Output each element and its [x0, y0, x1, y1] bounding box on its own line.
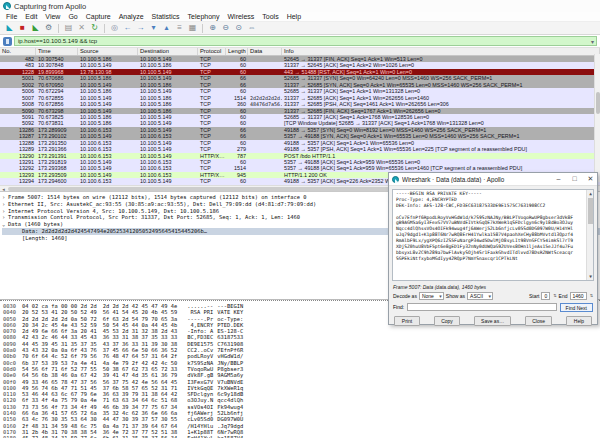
hex-offset: 00a0 — [3, 347, 16, 353]
dialog-button[interactable]: Help — [566, 316, 592, 326]
dialog-button[interactable]: Print — [394, 316, 420, 326]
hex-offset: 0140 — [3, 410, 16, 416]
hex-offset: 0040 — [3, 309, 16, 315]
minimize-icon[interactable]: – — [552, 173, 565, 185]
column-header[interactable]: Destination — [138, 48, 198, 55]
show-as-select[interactable]: ASCII — [467, 292, 493, 300]
column-header[interactable]: Source — [78, 48, 138, 55]
decoded-bytes-textarea[interactable]: ▲ ▼ -----BEGIN RSA PRIVATE KEY----- Proc… — [392, 189, 594, 281]
colorize-icon[interactable]: ▦ — [186, 23, 199, 34]
menu-item[interactable]: View — [41, 13, 64, 20]
stop-capture-icon[interactable]: ■ — [16, 23, 29, 34]
bytes-caption: Frame 5007: Data (data.data), 1460 bytes — [393, 284, 593, 290]
restart-capture-icon[interactable]: ◣ — [29, 23, 42, 34]
hex-offset: 0160 — [3, 423, 16, 429]
filter-bar: ip.host==10.100.5.149 && tcp ▾ — [0, 35, 600, 48]
hex-offset: 00d0 — [3, 366, 16, 372]
column-header[interactable]: Length — [226, 48, 248, 55]
auto-scroll-icon[interactable]: ≡ — [173, 23, 186, 34]
main-toolbar: ◣ ■ ◣ ⚙ ▤ ✕ ↻ ◎ ← → ▾ ▴ ≡ ▦ — [0, 22, 600, 35]
find-packet-icon[interactable]: ◎ — [108, 23, 121, 34]
packet-bytes-dialog: Wireshark · Data (data.data) · Apollo – … — [388, 172, 598, 325]
zoom-in-icon[interactable]: ⊕ — [206, 23, 219, 34]
dialog-button[interactable]: Save as… — [474, 316, 511, 326]
filter-bookmark-icon[interactable] — [3, 37, 12, 46]
hex-offset: 0120 — [3, 397, 16, 403]
resize-columns-icon[interactable]: ⇔ — [245, 23, 258, 34]
textarea-scrollbar[interactable]: ▲ ▼ — [586, 190, 593, 280]
detail-text: Data: 2d2d2d2d2d424547494e20525341205052… — [22, 228, 207, 234]
dialog-buttons: Print Copy Save as… Close Help — [394, 316, 592, 326]
find-label: Find: — [393, 304, 404, 310]
zoom-out-icon[interactable]: ⊖ — [219, 23, 232, 34]
reload-icon[interactable]: ↻ — [88, 23, 101, 34]
close-icon[interactable]: ✕ — [584, 173, 597, 185]
column-header[interactable]: Info — [282, 48, 600, 55]
spin-arrows-icon[interactable]: ⇅ — [553, 293, 556, 298]
menu-item[interactable]: Wireless — [223, 13, 258, 20]
separator[interactable] — [58, 24, 59, 33]
packet-list-vscrollbar[interactable] — [594, 54, 600, 182]
spin-arrows-icon[interactable]: ⇅ — [590, 293, 593, 298]
column-header[interactable]: No. — [0, 48, 36, 55]
menu-item[interactable]: Help — [283, 13, 305, 20]
detail-text: Internet Protocol Version 4, Src: 10.100… — [8, 208, 219, 214]
wireshark-logo-icon — [3, 2, 11, 10]
detail-text: Transmission Control Protocol, Src Port:… — [8, 214, 300, 220]
zoom-original-icon[interactable]: ⊙ — [232, 23, 245, 34]
go-forward-icon[interactable]: → — [134, 23, 147, 34]
menu-item[interactable]: Telephony — [184, 13, 224, 20]
menu-item[interactable]: Tools — [258, 13, 282, 20]
menu-item[interactable]: Analyze — [115, 13, 148, 20]
hex-offset: 0080 — [3, 334, 16, 340]
dialog-button[interactable]: Copy — [434, 316, 460, 326]
go-to-packet-icon[interactable]: ▾ — [147, 23, 160, 34]
hex-offset: 0170 — [3, 429, 16, 435]
menu-item[interactable]: File — [2, 13, 21, 20]
packet-list: 482 10.307540 10.100.5.186 10.100.5.149 … — [0, 56, 600, 185]
maximize-icon[interactable]: □ — [568, 173, 581, 185]
menu-item[interactable]: Statistics — [148, 13, 184, 20]
wireshark-logo-icon — [392, 176, 399, 183]
hex-offset: 00c0 — [3, 360, 16, 366]
go-back-icon[interactable]: ← — [121, 23, 134, 34]
find-next-button[interactable]: Find Next — [560, 303, 593, 312]
close-file-icon[interactable]: ✕ — [75, 23, 88, 34]
detail-text: Ethernet II, Src: AsustekC_ac:93:55 (30:… — [8, 201, 316, 207]
find-input[interactable] — [407, 303, 556, 311]
open-file-icon[interactable]: ▤ — [62, 23, 75, 34]
dialog-title-bar: Wireshark · Data (data.data) · Apollo – … — [389, 173, 597, 186]
hscrollbar-thumb[interactable] — [8, 187, 418, 191]
hex-offset: 00e0 — [3, 372, 16, 378]
display-filter-text: ip.host==10.100.5.149 && tcp — [18, 38, 97, 44]
detail-text: Frame 5007: 1514 bytes on wire (12112 bi… — [8, 194, 307, 200]
decode-as-select[interactable]: None — [419, 292, 444, 300]
menu-item[interactable]: Edit — [21, 13, 41, 20]
scroll-up-icon[interactable]: ▲ — [587, 190, 594, 197]
vscrollbar-thumb[interactable] — [596, 92, 600, 114]
end-spinbox[interactable]: 1460 — [570, 292, 587, 300]
textarea-scroll-thumb[interactable] — [588, 198, 593, 224]
start-label: Start — [529, 293, 540, 299]
column-header[interactable]: Time — [36, 48, 78, 55]
wireshark-window: Capturing from Apollo File Edit View Go … — [0, 0, 600, 438]
start-spinbox[interactable]: 0 — [541, 292, 550, 300]
filter-dropdown-icon[interactable]: ▾ — [591, 38, 594, 45]
window-title: Capturing from Apollo — [14, 2, 86, 11]
separator[interactable] — [104, 24, 105, 33]
column-header[interactable]: Data — [248, 48, 282, 55]
scroll-left-icon[interactable]: ◂ — [0, 186, 7, 192]
separator[interactable] — [202, 24, 203, 33]
start-capture-icon[interactable]: ◣ — [3, 23, 16, 34]
menu-bar: File Edit View Go Capture Analyze Statis… — [0, 12, 600, 22]
display-filter-input[interactable]: ip.host==10.100.5.149 && tcp ▾ — [14, 36, 597, 46]
title-bar: Capturing from Apollo — [0, 0, 600, 12]
menu-item[interactable]: Capture — [82, 13, 115, 20]
capture-options-icon[interactable]: ⚙ — [42, 23, 55, 34]
column-header[interactable]: Protocol — [198, 48, 226, 55]
go-to-top-icon[interactable]: ▴ — [160, 23, 173, 34]
scroll-down-icon[interactable]: ▼ — [587, 273, 594, 280]
dialog-title: Wireshark · Data (data.data) · Apollo — [402, 176, 549, 183]
dialog-button[interactable]: Close — [525, 316, 552, 326]
menu-item[interactable]: Go — [64, 13, 81, 20]
